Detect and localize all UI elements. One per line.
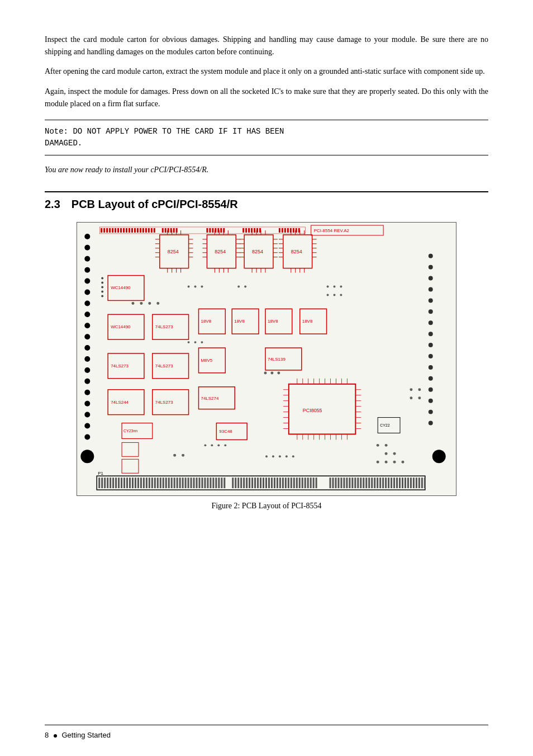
svg-rect-353 (404, 478, 406, 489)
svg-rect-298 (240, 478, 242, 489)
svg-rect-349 (393, 478, 395, 489)
svg-rect-27 (106, 228, 108, 233)
svg-text:18V8: 18V8 (234, 319, 245, 324)
svg-point-21 (80, 450, 94, 464)
svg-point-240 (429, 365, 433, 370)
svg-rect-321 (304, 478, 306, 489)
svg-rect-310 (274, 478, 275, 489)
svg-rect-66 (282, 228, 283, 233)
svg-rect-346 (385, 478, 387, 489)
svg-rect-337 (360, 478, 361, 489)
svg-rect-289 (210, 478, 211, 489)
svg-rect-45 (162, 228, 164, 233)
svg-point-13 (84, 356, 90, 362)
svg-point-12 (84, 346, 90, 351)
svg-rect-271 (160, 478, 161, 489)
svg-rect-356 (413, 478, 415, 489)
svg-point-362 (140, 302, 142, 305)
svg-rect-29 (112, 228, 113, 233)
svg-rect-266 (146, 478, 147, 489)
svg-rect-315 (288, 478, 289, 489)
svg-rect-276 (174, 478, 175, 489)
svg-rect-302 (251, 478, 253, 489)
svg-point-157 (101, 286, 103, 289)
svg-point-20 (84, 434, 90, 440)
svg-rect-304 (257, 478, 259, 489)
svg-rect-258 (123, 478, 125, 489)
svg-point-11 (84, 334, 90, 340)
svg-rect-43 (151, 228, 153, 233)
svg-rect-308 (268, 478, 270, 489)
svg-rect-357 (416, 478, 417, 489)
svg-point-375 (340, 294, 342, 296)
svg-rect-291 (215, 478, 217, 489)
svg-text:CY23nn: CY23nn (123, 429, 137, 433)
svg-point-383 (211, 445, 213, 447)
svg-point-366 (194, 286, 197, 288)
footer-text: 8 Getting Started (45, 731, 111, 739)
svg-point-371 (334, 286, 336, 288)
svg-rect-274 (168, 478, 170, 489)
svg-point-241 (429, 376, 433, 381)
svg-rect-286 (201, 478, 203, 489)
svg-point-235 (429, 310, 433, 314)
svg-point-404 (292, 456, 294, 458)
note-line-2: DAMAGED. (45, 138, 488, 149)
svg-point-380 (270, 372, 273, 375)
svg-rect-327 (332, 478, 334, 489)
svg-rect-264 (140, 478, 142, 489)
svg-point-403 (285, 456, 288, 458)
svg-rect-42 (148, 228, 150, 233)
svg-point-374 (334, 294, 336, 296)
svg-point-386 (173, 454, 176, 457)
svg-text:74LS274: 74LS274 (201, 396, 218, 401)
svg-point-242 (429, 388, 433, 392)
svg-rect-351 (399, 478, 401, 489)
svg-rect-52 (209, 228, 211, 233)
svg-rect-306 (263, 478, 264, 489)
note-box: Note: DO NOT APPLY POWER TO THE CARD IF … (45, 120, 488, 155)
svg-rect-314 (285, 478, 287, 489)
svg-point-237 (429, 332, 433, 337)
svg-rect-307 (265, 478, 267, 489)
svg-rect-338 (363, 478, 364, 489)
svg-rect-31 (117, 228, 119, 233)
svg-rect-350 (396, 478, 398, 489)
svg-rect-39 (140, 228, 141, 233)
svg-rect-332 (346, 478, 348, 489)
svg-rect-290 (212, 478, 214, 489)
svg-rect-336 (357, 478, 359, 489)
svg-point-239 (429, 354, 433, 358)
svg-rect-0 (77, 223, 455, 495)
svg-rect-26 (103, 228, 105, 233)
section-number: 2.3 (45, 198, 60, 211)
svg-point-364 (156, 302, 159, 305)
svg-point-398 (410, 397, 412, 400)
svg-point-7 (84, 290, 90, 295)
svg-rect-303 (254, 478, 256, 489)
svg-point-231 (429, 265, 433, 270)
svg-rect-334 (351, 478, 353, 489)
svg-text:18V8: 18V8 (268, 319, 278, 324)
svg-point-22 (84, 234, 90, 239)
svg-text:PCI8055: PCI8055 (303, 408, 322, 413)
svg-rect-35 (129, 228, 130, 233)
svg-rect-36 (131, 228, 133, 233)
pcb-image-wrapper: PCI-8554 REV.A2 (77, 222, 456, 496)
svg-rect-335 (354, 478, 356, 489)
svg-rect-322 (307, 478, 309, 489)
svg-rect-359 (421, 478, 423, 489)
svg-text:PCI-8554  REV.A2: PCI-8554 REV.A2 (314, 228, 350, 233)
svg-point-14 (84, 367, 90, 373)
footer-label: Getting Started (61, 731, 110, 739)
svg-rect-288 (207, 478, 208, 489)
page: Inspect the card module carton for obvio… (0, 0, 533, 756)
svg-rect-282 (191, 478, 192, 489)
svg-text:8254: 8254 (291, 249, 302, 254)
svg-rect-28 (109, 228, 111, 233)
svg-rect-299 (243, 478, 245, 489)
svg-rect-348 (391, 478, 392, 489)
svg-rect-255 (115, 478, 117, 489)
svg-rect-354 (407, 478, 409, 489)
svg-text:18V8: 18V8 (201, 319, 211, 324)
